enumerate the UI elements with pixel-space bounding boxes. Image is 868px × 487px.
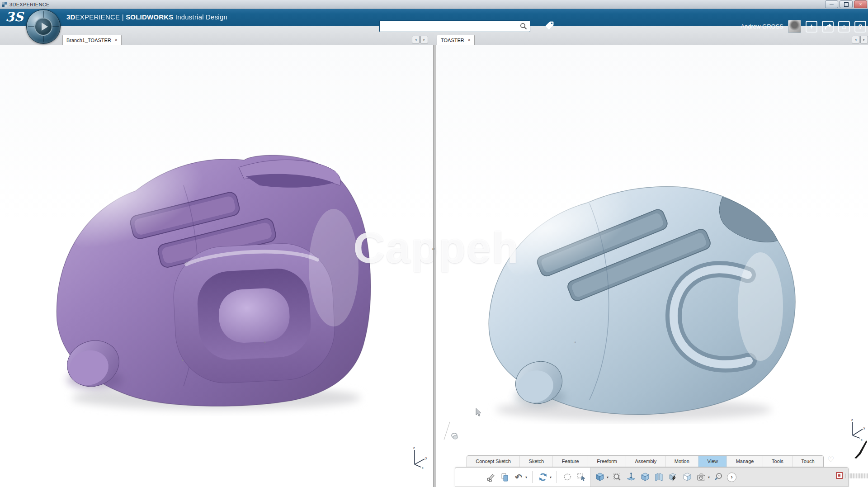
shaded-cube-icon: [595, 472, 605, 482]
ribbon-tab-freeform[interactable]: Freeform: [588, 456, 626, 467]
zoom-area-icon: [612, 472, 622, 482]
undo-icon: ↶: [515, 473, 522, 482]
svg-text:y: y: [863, 426, 865, 430]
tab-branch1-toaster[interactable]: Branch1_TOASTER ×: [62, 35, 122, 45]
axis-triad: z y x: [408, 445, 429, 469]
close-icon: ×: [859, 2, 862, 7]
dropdown-caret-icon[interactable]: ▾: [550, 475, 552, 479]
multi-view-button[interactable]: [654, 472, 665, 482]
ribbon-tab-tools[interactable]: Tools: [763, 456, 793, 467]
tab-toaster[interactable]: TOASTER ×: [437, 35, 475, 45]
tab-scroll-left-button[interactable]: ◄: [852, 36, 859, 43]
scissors-icon: [486, 473, 495, 482]
brand-industrial-design: Industrial Design: [175, 13, 227, 21]
tab-scroll-right-button[interactable]: ►: [860, 36, 868, 43]
toolbar-separator: [532, 471, 533, 483]
tag-button[interactable]: [543, 20, 555, 31]
add-button[interactable]: +: [806, 21, 817, 33]
favorite-heart-icon[interactable]: ♡: [827, 455, 834, 464]
left-viewport[interactable]: * * z y x: [0, 45, 433, 487]
tag-icon: [544, 21, 554, 31]
zoom-area-button[interactable]: [612, 472, 623, 482]
app-brand-title: 3DEXPERIENCE | SOLIDWORKS Industrial Des…: [66, 9, 227, 26]
application-window: 3DEXPERIENCE — × 3S 3DEXPERIENCE | SOLID…: [0, 0, 868, 487]
ribbon-tab-bar: Concept Sketch Sketch Feature Freeform A…: [467, 455, 824, 467]
dropdown-caret-icon[interactable]: ▾: [525, 475, 527, 479]
divider-collapse-icon[interactable]: »: [432, 245, 435, 252]
vertex-marker: *: [182, 359, 184, 364]
copy-button[interactable]: [499, 472, 510, 482]
window-controls: — ×: [825, 0, 867, 8]
compass-hub[interactable]: [34, 18, 52, 36]
plus-icon: +: [809, 23, 813, 31]
user-name[interactable]: Andrew GROSS: [741, 23, 783, 30]
iso-view-button[interactable]: [640, 472, 651, 482]
ribbon-tab-feature[interactable]: Feature: [553, 456, 588, 467]
box-select-button[interactable]: [576, 472, 587, 482]
svg-text:x: x: [422, 466, 424, 469]
dropdown-caret-icon[interactable]: ▾: [607, 475, 609, 479]
user-avatar[interactable]: [788, 20, 801, 33]
zoom-button[interactable]: [713, 472, 724, 482]
search-input[interactable]: [382, 21, 517, 31]
dropdown-caret-icon[interactable]: ▾: [708, 475, 710, 479]
wireframe-view-button[interactable]: [682, 472, 693, 482]
blue-toaster-model[interactable]: [471, 171, 809, 424]
minimize-icon: —: [830, 2, 834, 6]
panel-divider[interactable]: »: [433, 45, 436, 487]
dassault-3ds-logo: 3S: [5, 9, 24, 26]
svg-text:y: y: [425, 456, 427, 460]
tab-scroll-right-button[interactable]: ►: [420, 36, 428, 43]
ribbon-tab-motion[interactable]: Motion: [666, 456, 699, 467]
compass-widget[interactable]: [26, 9, 61, 44]
minimize-button[interactable]: —: [825, 0, 838, 8]
update-button[interactable]: [538, 472, 548, 482]
axis-triad: z y x: [846, 418, 867, 442]
select-cursor-icon: [577, 473, 586, 482]
share-arrow-icon: [824, 23, 832, 31]
more-tools-button[interactable]: ›: [727, 473, 736, 482]
window-titlebar[interactable]: 3DEXPERIENCE — ×: [0, 0, 868, 9]
search-icon[interactable]: [520, 23, 527, 30]
lasso-select-button[interactable]: [562, 472, 573, 482]
home-button[interactable]: ⌂: [838, 21, 850, 33]
ribbon-tab-concept-sketch[interactable]: Concept Sketch: [467, 456, 520, 467]
restore-button[interactable]: [840, 0, 853, 8]
brand-pipe: |: [122, 13, 124, 21]
undo-button[interactable]: ↶: [513, 472, 524, 482]
recorder-watermark-icon: [836, 472, 843, 479]
play-icon: [42, 23, 48, 31]
vertex-marker: *: [574, 340, 576, 346]
left-tab-pager: ◄ ►: [412, 36, 428, 43]
share-button[interactable]: [822, 21, 834, 33]
help-button[interactable]: ?: [854, 21, 866, 33]
tab-close-icon[interactable]: ×: [115, 38, 118, 43]
search-box[interactable]: [379, 20, 530, 32]
ribbon-tab-view[interactable]: View: [698, 456, 727, 467]
help-icon: ?: [859, 23, 863, 30]
ribbon-tab-touch[interactable]: Touch: [793, 456, 823, 467]
sync-icon: [538, 472, 548, 482]
cut-button[interactable]: [485, 472, 496, 482]
normal-to-button[interactable]: [626, 472, 637, 482]
section-view-button[interactable]: [668, 472, 679, 482]
capture-button[interactable]: [696, 472, 707, 482]
ribbon-tab-sketch[interactable]: Sketch: [520, 456, 553, 467]
shaded-view-button[interactable]: [594, 472, 605, 482]
close-button[interactable]: ×: [854, 0, 867, 8]
edit-tool-group: ↶ ▾ ▾: [455, 468, 590, 487]
tab-scroll-left-button[interactable]: ◄: [412, 36, 420, 43]
toolbar-separator: [557, 471, 557, 483]
app-header: 3S 3DEXPERIENCE | SOLIDWORKS Industrial …: [0, 9, 868, 26]
right-viewport[interactable]: *: [436, 45, 868, 487]
iso-cube-icon: [640, 472, 650, 482]
tab-close-icon[interactable]: ×: [468, 38, 471, 43]
user-area: Andrew GROSS + ⌂ ?: [741, 20, 866, 33]
copy-icon: [500, 473, 509, 482]
ribbon-tab-assembly[interactable]: Assembly: [626, 456, 665, 467]
multi-view-icon: [654, 472, 664, 482]
vertex-marker: *: [264, 340, 266, 346]
purple-toaster-model[interactable]: [40, 132, 389, 416]
recorder-watermark-text: [845, 473, 868, 478]
ribbon-tab-manage[interactable]: Manage: [727, 456, 763, 467]
